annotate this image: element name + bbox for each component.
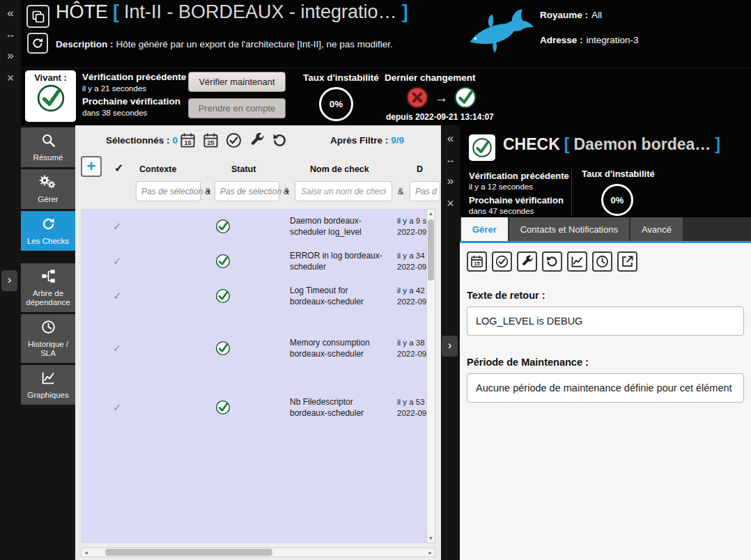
chart-button[interactable]: [567, 251, 587, 272]
after-filter-value: 9/9: [391, 135, 404, 146]
calendar-25-icon[interactable]: [203, 132, 219, 148]
horizontal-scrollbar[interactable]: ◄ ►: [81, 547, 435, 557]
last-change-since: depuis 2022-09-21 13:14:07: [386, 112, 494, 122]
expand-panel-icon[interactable]: »: [0, 49, 21, 61]
sidebar: Résumé Gérer Les Checks Arbre de dépenda…: [21, 125, 75, 560]
check-name-link[interactable]: Daemon bordeaux-scheduler log_level: [290, 215, 385, 238]
row-selected-check-icon[interactable]: ✓: [113, 342, 122, 355]
column-contexte[interactable]: Contexte: [139, 164, 176, 174]
sidebar-item-label: Gérer: [22, 195, 74, 204]
close-panel-icon[interactable]: ×: [0, 72, 21, 84]
external-link-button[interactable]: [617, 251, 637, 272]
external-link-icon: [621, 255, 634, 268]
contexte-filter-select[interactable]: Pas de sélection▾: [136, 181, 201, 201]
check-dates: il y a 422022-09: [397, 285, 426, 307]
maintenance-value: Aucune période de maintenance définie po…: [476, 382, 732, 394]
status-ko-icon: [405, 86, 429, 109]
undo-button[interactable]: [542, 251, 562, 272]
check-dates: il y a 9 s2022-09: [397, 215, 426, 238]
tab-gerer[interactable]: Gérer: [461, 217, 508, 241]
sidebar-item-graphiques[interactable]: Graphiques: [21, 365, 75, 405]
realm-label: Royaume :: [540, 10, 588, 20]
next-check-value: dans 38 secondes: [82, 109, 186, 118]
check-circle-button[interactable]: [492, 251, 512, 272]
table-row[interactable]: ✓ Daemon bordeaux-scheduler log_level il…: [81, 209, 426, 244]
close-panel-icon[interactable]: ×: [441, 197, 460, 210]
row-selected-check-icon[interactable]: ✓: [113, 290, 122, 302]
detail-toolbar: [467, 251, 744, 272]
instability-gauge: 0%: [601, 184, 633, 216]
table-header: ✓ Contexte Statut Nom de check D: [75, 159, 441, 180]
row-selected-check-icon[interactable]: ✓: [113, 220, 122, 233]
acknowledge-button[interactable]: Prendre en compte: [188, 98, 286, 118]
column-date[interactable]: D: [417, 164, 423, 174]
row-selected-check-icon[interactable]: ✓: [113, 401, 122, 414]
scroll-right-icon[interactable]: ►: [428, 549, 433, 557]
date-filter-select[interactable]: Pas d: [410, 181, 440, 201]
undo-icon[interactable]: [272, 132, 288, 148]
clock-icon: [596, 255, 609, 268]
address-value: integration-3: [587, 35, 639, 45]
scroll-left-icon[interactable]: ◄: [84, 549, 88, 557]
host-type-button[interactable]: [26, 5, 49, 28]
check-now-button[interactable]: Vérifier maintenant: [188, 72, 286, 92]
column-statut[interactable]: Statut: [231, 164, 256, 174]
resize-panel-icon[interactable]: ↔: [441, 155, 460, 164]
open-drawer-chevron-icon[interactable]: ›: [1, 270, 17, 291]
address-label: Adresse :: [540, 35, 583, 45]
table-row[interactable]: ✓ Log Timeout for bordeaux-scheduler il …: [81, 279, 426, 313]
check-date: 2022-09: [397, 261, 426, 272]
table-row[interactable]: ✓ Memory consumption bordeaux-scheduler …: [81, 313, 426, 383]
check-name-filter-input[interactable]: [295, 181, 392, 201]
maintenance-field[interactable]: Aucune période de maintenance définie po…: [467, 373, 744, 403]
after-filter-text: Après Filtre :9/9: [330, 135, 404, 146]
filter-separator: &: [284, 187, 289, 196]
resize-panel-icon[interactable]: ↔: [0, 29, 21, 39]
tab-avance[interactable]: Avancé: [630, 217, 683, 241]
horizontal-scrollbar-thumb[interactable]: [105, 549, 272, 556]
collapse-panel-icon[interactable]: «: [0, 7, 21, 19]
vertical-scrollbar-thumb[interactable]: [428, 219, 434, 281]
check-ago: il y a 38: [397, 337, 426, 348]
check-date: 2022-09: [397, 296, 426, 307]
calendar-15-button[interactable]: [467, 251, 487, 272]
check-dates: il y a 382022-09: [397, 337, 426, 359]
check-name-link[interactable]: Nb Filedescriptor bordeaux-scheduler: [290, 396, 385, 419]
scroll-up-icon[interactable]: ▲: [427, 210, 435, 218]
select-all-check-icon[interactable]: ✓: [114, 162, 123, 175]
statut-filter-value: Pas de sélection: [220, 187, 281, 196]
return-text-field[interactable]: LOG_LEVEL is DEBUG: [467, 306, 744, 336]
refresh-button[interactable]: [27, 33, 48, 54]
wrench-button[interactable]: [517, 251, 537, 272]
collapse-panel-icon[interactable]: «: [441, 132, 460, 144]
sidebar-item-resume[interactable]: Résumé: [21, 127, 75, 167]
sidebar-item-historique-sla[interactable]: Historique / SLA: [21, 314, 75, 363]
row-selected-check-icon[interactable]: ✓: [113, 255, 122, 267]
column-nom-de-check[interactable]: Nom de check: [310, 164, 369, 174]
tab-contacts-et-notifications[interactable]: Contacts et Notifications: [509, 217, 629, 241]
check-circle-icon: [495, 255, 509, 268]
check-circle-icon[interactable]: [226, 132, 242, 148]
calendar-15-icon[interactable]: [180, 132, 196, 148]
check-name-link[interactable]: ERROR in log bordeaux-scheduler: [290, 250, 385, 272]
check-name-link[interactable]: Memory consumption bordeaux-scheduler: [290, 337, 385, 359]
chart-icon: [571, 255, 584, 268]
sidebar-item-gerer[interactable]: Gérer: [21, 169, 75, 209]
check-name-link[interactable]: Log Timeout for bordeaux-scheduler: [290, 285, 385, 307]
wrench-icon[interactable]: [249, 132, 265, 148]
sidebar-item-les-checks[interactable]: Les Checks: [21, 211, 75, 251]
statut-filter-select[interactable]: Pas de sélection▾: [215, 181, 279, 201]
vertical-scrollbar[interactable]: ▲ ▼: [426, 209, 435, 543]
check-dates: il y a 342022-09: [397, 250, 426, 272]
instability-label: Taux d'instabilité: [582, 169, 669, 179]
table-row[interactable]: ✓ Nb Filedescriptor bordeaux-scheduler i…: [81, 383, 426, 432]
open-drawer-chevron-icon[interactable]: ›: [442, 336, 458, 357]
app-window: « ↔ » × › HÔTE[Int-II - BORDEAUX - integ…: [0, 0, 751, 560]
sidebar-item-arbre-de-dependance[interactable]: Arbre de dépendance: [21, 263, 75, 312]
table-row[interactable]: ✓ ERROR in log bordeaux-scheduler il y a…: [81, 244, 426, 279]
scroll-down-icon[interactable]: ▼: [427, 534, 435, 543]
clock-button[interactable]: [592, 251, 612, 272]
check-ago: il y a 42: [397, 285, 426, 296]
expand-panel-icon[interactable]: »: [441, 175, 460, 187]
check-ago: il y a 9 s: [397, 215, 426, 226]
